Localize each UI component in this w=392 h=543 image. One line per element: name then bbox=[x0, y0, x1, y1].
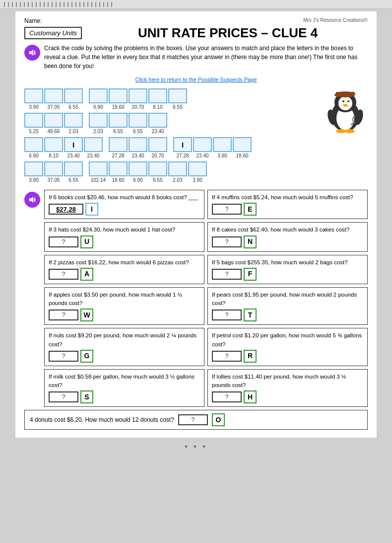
num-label: 6.55 bbox=[64, 104, 83, 110]
num-label: 23.40 bbox=[193, 153, 212, 158]
answer-box[interactable] bbox=[168, 88, 187, 103]
problems-section: If 6 books cost $20.46, how much would 8… bbox=[24, 190, 368, 407]
title-row: Customary Units UNIT RATE PRICES – CLUE … bbox=[24, 25, 368, 41]
answer-box[interactable] bbox=[168, 161, 187, 176]
num-label: 20.70 bbox=[148, 153, 167, 158]
answer-box-letter-I[interactable]: I bbox=[64, 137, 83, 152]
num-label: 37.05 bbox=[44, 104, 63, 110]
link-row: Click here to return to the Possible Sus… bbox=[24, 75, 368, 83]
dots-row: • • • bbox=[0, 438, 392, 455]
problem-answer-p4[interactable]: ? bbox=[212, 236, 242, 247]
box-group-r2-left: 5.25 48.66 2.03 bbox=[24, 113, 83, 134]
speaker-button-2[interactable] bbox=[24, 192, 40, 208]
problem-answer-p6[interactable]: ? bbox=[212, 269, 242, 280]
problem-letter-p7: W bbox=[80, 309, 93, 321]
problem-card-p5: If 2 pizzas cost $16.22, how much would … bbox=[44, 255, 204, 284]
problem-text-p9: If nuts cost $9.20 per pound, how much w… bbox=[49, 331, 200, 349]
instructions-row: Crack the code by solving the problems i… bbox=[24, 44, 368, 71]
box-group-r3-middle: 27.28 23.40 20.70 bbox=[109, 137, 167, 158]
num-label: 23.40 bbox=[148, 129, 167, 134]
answer-box[interactable] bbox=[24, 88, 43, 103]
answer-box[interactable] bbox=[188, 161, 207, 176]
problem-text-p2: If 4 muffins cost $5.24, how much would … bbox=[212, 193, 363, 202]
answer-box[interactable] bbox=[109, 161, 128, 176]
problem-text-p10: If petrol cost $1.20 per gallon, how muc… bbox=[212, 331, 363, 349]
answer-box[interactable] bbox=[233, 137, 252, 152]
box-group-r2-right: 2.03 6.55 6.55 23.40 bbox=[89, 113, 167, 134]
box-group-r1-right: 6.90 18.60 20.70 8.10 6.55 bbox=[89, 88, 187, 110]
main-title: UNIT RATE PRICES – CLUE 4 bbox=[88, 25, 368, 41]
num-label: 6.55 bbox=[129, 129, 147, 134]
answer-box[interactable] bbox=[109, 137, 128, 152]
answer-box[interactable] bbox=[24, 137, 43, 152]
num-label: 18.60 bbox=[109, 177, 128, 183]
bottom-problem-answer[interactable]: ? bbox=[178, 414, 208, 425]
problem-card-p11: If milk cost $0.58 per gallon, how much … bbox=[44, 369, 204, 407]
num-label: 18.60 bbox=[233, 153, 252, 158]
svg-point-18 bbox=[345, 129, 355, 133]
answer-box[interactable] bbox=[109, 88, 128, 103]
answer-box[interactable] bbox=[44, 161, 63, 176]
answer-box[interactable] bbox=[129, 113, 147, 128]
problem-text-p5: If 2 pizzas cost $16.22, how much would … bbox=[49, 258, 200, 267]
name-label: Name: bbox=[24, 17, 42, 24]
problem-text-p8: If pears cost $1.95 per pound, how much … bbox=[212, 291, 363, 308]
problem-answer-p12[interactable]: ? bbox=[212, 391, 242, 402]
box-group-r1-left: 3.90 37.05 6.55 bbox=[24, 88, 83, 110]
problem-answer-p3[interactable]: ? bbox=[49, 236, 78, 247]
svg-marker-0 bbox=[29, 50, 33, 56]
answer-box[interactable] bbox=[84, 137, 103, 152]
answer-box[interactable] bbox=[44, 113, 63, 128]
speaker-button-1[interactable] bbox=[24, 45, 40, 61]
answer-box[interactable] bbox=[148, 137, 167, 152]
answer-box[interactable] bbox=[193, 137, 212, 152]
problem-answer-p2[interactable]: ? bbox=[212, 204, 242, 215]
answer-box[interactable] bbox=[44, 137, 63, 152]
bottom-problem-letter: O bbox=[212, 413, 225, 426]
answer-box[interactable] bbox=[89, 161, 108, 176]
answer-box[interactable] bbox=[213, 137, 232, 152]
instructions-text: Crack the code by solving the problems i… bbox=[44, 44, 368, 71]
svg-marker-19 bbox=[29, 197, 33, 203]
answer-box[interactable] bbox=[64, 161, 83, 176]
answer-box[interactable] bbox=[129, 161, 147, 176]
problem-letter-p2: E bbox=[244, 203, 257, 216]
answer-box[interactable] bbox=[89, 88, 108, 103]
answer-box[interactable] bbox=[64, 113, 83, 128]
problem-letter-p11: S bbox=[80, 390, 93, 403]
num-label: 8.10 bbox=[148, 104, 167, 110]
answer-box[interactable] bbox=[89, 113, 108, 128]
answer-box[interactable] bbox=[44, 88, 63, 103]
problem-answer-p5[interactable]: ? bbox=[49, 269, 78, 280]
problem-answer-p11[interactable]: ? bbox=[49, 391, 78, 402]
puzzle-area: 3.90 37.05 6.55 6.90 bbox=[24, 88, 368, 186]
header: Name: Mrs J's Resource Creations© bbox=[24, 17, 368, 24]
answer-box[interactable] bbox=[24, 113, 43, 128]
answer-box[interactable] bbox=[24, 161, 43, 176]
problem-answer-p10[interactable]: ? bbox=[212, 351, 242, 362]
answer-box[interactable] bbox=[148, 113, 167, 128]
num-label: 2.03 bbox=[168, 177, 187, 183]
num-label: 27.28 bbox=[173, 153, 192, 158]
problem-answer-p8[interactable]: ? bbox=[212, 310, 242, 320]
problem-answer-p1[interactable]: $27.28 bbox=[49, 204, 83, 215]
num-label: 3.90 bbox=[188, 177, 207, 183]
problem-text-p4: If 8 cakes cost $62.40, how much would 3… bbox=[212, 226, 363, 234]
customary-units-box: Customary Units bbox=[24, 27, 82, 39]
answer-box[interactable] bbox=[148, 161, 167, 176]
problem-card-p10: If petrol cost $1.20 per gallon, how muc… bbox=[207, 328, 368, 366]
grid-row-3: I 6.90 8.10 23.40 23.40 bbox=[24, 137, 318, 158]
answer-box[interactable] bbox=[129, 137, 147, 152]
answer-box[interactable] bbox=[148, 88, 167, 103]
problem-letter-p5: A bbox=[80, 268, 93, 281]
answer-box[interactable] bbox=[109, 113, 128, 128]
problem-answer-p9[interactable]: ? bbox=[49, 351, 78, 362]
problem-answer-p7[interactable]: ? bbox=[49, 310, 78, 320]
num-label: 3.90 bbox=[213, 153, 232, 158]
top-ruler bbox=[0, 0, 392, 9]
answer-box[interactable] bbox=[129, 88, 147, 103]
suspects-link[interactable]: Click here to return to the Possible Sus… bbox=[135, 77, 257, 82]
problem-card-p3: If 3 hats cost $24.30, how much would 1 … bbox=[44, 222, 204, 251]
answer-box[interactable] bbox=[64, 88, 83, 103]
answer-box-letter-I2[interactable]: I bbox=[173, 137, 192, 152]
